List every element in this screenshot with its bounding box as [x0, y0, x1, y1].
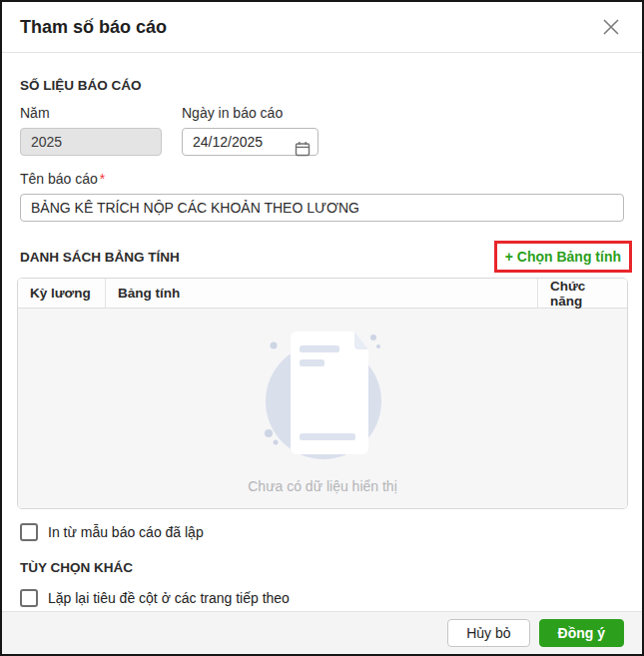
- print-date-field-group: Ngày in báo cáo: [182, 105, 319, 156]
- ok-button[interactable]: Đồng ý: [539, 619, 624, 647]
- year-field-group: Năm: [20, 105, 162, 156]
- dialog-header: Tham số báo cáo: [2, 2, 642, 53]
- print-date-input[interactable]: [182, 128, 319, 156]
- print-from-template-row: In từ mẫu báo cáo đã lập: [20, 523, 624, 541]
- year-label: Năm: [20, 105, 162, 121]
- column-header-period: Kỳ lương: [18, 279, 105, 308]
- repeat-header-row: Lặp lại tiêu đề cột ở các trang tiếp the…: [20, 589, 624, 607]
- print-from-template-label[interactable]: In từ mẫu báo cáo đã lập: [48, 524, 204, 540]
- section-sheet-list: DANH SÁCH BẢNG TÍNH: [20, 250, 180, 265]
- dialog-title: Tham số báo cáo: [20, 17, 167, 38]
- section-report-data: SỐ LIỆU BÁO CÁO: [20, 78, 624, 93]
- choose-sheet-link[interactable]: + Chọn Bảng tính: [505, 249, 621, 265]
- report-parameters-dialog: Tham số báo cáo SỐ LIỆU BÁO CÁO Năm Ngày…: [0, 0, 644, 656]
- cancel-button[interactable]: Hủy bỏ: [447, 619, 529, 647]
- repeat-header-checkbox[interactable]: [20, 589, 38, 607]
- empty-state-text: Chưa có dữ liệu hiển thị: [248, 478, 397, 494]
- required-asterisk: *: [100, 171, 105, 187]
- empty-document-illustration: [243, 322, 402, 466]
- section-other-options: TÙY CHỌN KHÁC: [20, 560, 624, 575]
- red-highlight-annotation: + Chọn Bảng tính: [494, 241, 632, 273]
- year-input: [20, 128, 162, 156]
- sheet-list-header-row: DANH SÁCH BẢNG TÍNH + Chọn Bảng tính: [20, 241, 624, 273]
- report-name-label: Tên báo cáo*: [20, 171, 624, 187]
- sheet-table-header: Kỳ lương Bảng tính Chức năng: [18, 279, 627, 309]
- sheet-table-empty-state: Chưa có dữ liệu hiển thị: [18, 309, 627, 508]
- dialog-footer: Hủy bỏ Đồng ý: [2, 611, 642, 654]
- sheet-table: Kỳ lương Bảng tính Chức năng: [17, 278, 628, 509]
- year-date-row: Năm Ngày in báo cáo: [20, 105, 624, 156]
- close-icon[interactable]: [598, 14, 624, 40]
- column-header-sheet: Bảng tính: [105, 279, 537, 308]
- report-name-input[interactable]: [20, 194, 624, 222]
- print-from-template-checkbox[interactable]: [20, 523, 38, 541]
- repeat-header-label[interactable]: Lặp lại tiêu đề cột ở các trang tiếp the…: [48, 590, 290, 606]
- dialog-body: SỐ LIỆU BÁO CÁO Năm Ngày in báo cáo: [2, 78, 642, 607]
- report-name-field-group: Tên báo cáo*: [20, 171, 624, 222]
- column-header-action: Chức năng: [537, 279, 627, 308]
- print-date-label: Ngày in báo cáo: [182, 105, 319, 121]
